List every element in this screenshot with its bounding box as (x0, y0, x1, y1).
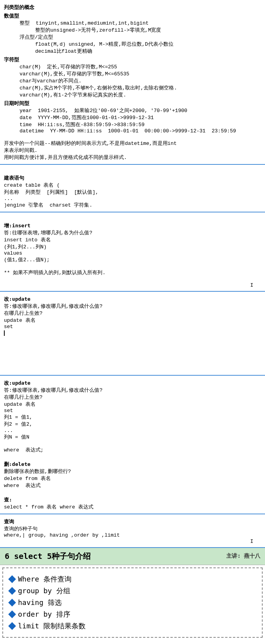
slide-item-2: having 筛选 (9, 598, 256, 607)
delete-qa: 删除哪张表的数据,删哪些行? (4, 468, 261, 475)
diamond-icon-0 (8, 575, 16, 583)
create-table-code: create table 表名 ( 列名称 列类型 [列属性] [默认值], .… (4, 182, 261, 209)
update-qa-1: 答:修改哪张表,修改哪几列,修改成什么值? (4, 303, 261, 310)
heading-update-2: 改:update (4, 380, 261, 387)
query-subline: 查询的5种子句 (4, 525, 261, 532)
slide-item-1: group by 分组 (9, 586, 256, 596)
char-line-4: varchar(M),有1-2个字节来标记真实的长度. (20, 91, 261, 98)
delete-code: delete from 表名 where 表达式 (4, 475, 261, 489)
query-code: select * from 表名 where 表达式 (4, 503, 261, 510)
integer-line: 整型 tinyint,smallint,mediumint,int,bigint (20, 20, 261, 27)
char-line-3: char(M),实占M个字符,不够M个,右侧补空格,取出时,去除右侧空格. (20, 84, 261, 91)
heading-update-1: 改:update (4, 296, 261, 303)
char-line-1: varchar(M),变长,可存储的字节数,M<=65535 (20, 70, 261, 77)
heading-query: 查: (4, 496, 261, 503)
slide-content-box: Where 条件查询 group by 分组 having 筛选 order b… (2, 567, 263, 638)
float-line: float(M,d) unsigned, M->精度,即总位数,D代表小数位 (35, 41, 261, 48)
note-line-2: 用时间戳方便计算,并且方便格式化成不同的显示样式. (4, 154, 261, 161)
update-code-2: update 表名 set 列1 = 值1, 列2 = 值2, ... 列N =… (4, 401, 261, 441)
section-insert: 增:insert 答:往哪张表增,增哪几列,各为什么值? insert into… (0, 212, 265, 292)
cursor-bar-1 (4, 330, 5, 336)
diamond-icon-3 (8, 610, 16, 618)
update-line2-2: 在哪几行上生效? (4, 394, 261, 401)
char-line-0: char(M) 定长,可存储的字符数,M<=255 (20, 63, 261, 70)
slide-item-0: Where 条件查询 (9, 574, 256, 584)
slide-presenter: 主讲: 燕十八 (226, 553, 260, 560)
slide-item-text-1: group by 分组 (18, 586, 70, 596)
query-code-line: where,| group, having ,order by ,limit (4, 532, 261, 538)
slide-item-4: limit 限制结果条数 (9, 621, 256, 631)
insert-note: ** 如果不声明插入的列,则默认插入所有列. (4, 269, 261, 276)
diamond-icon-4 (8, 622, 16, 630)
slide-item-text-3: order by 排序 (18, 610, 70, 619)
unsigned-line: 整型的unsigned->无符号,zerofill->零填充,M宽度 (35, 27, 261, 34)
heading-create-table: 建表语句 (4, 175, 261, 182)
heading-column-types: 列类型的概念 (4, 4, 261, 11)
heading-insert: 增:insert (4, 222, 261, 229)
slide-item-text-2: having 筛选 (18, 598, 62, 607)
heading-numeric: 数值型 (4, 12, 261, 20)
note-line-1: 来表示时间戳. (4, 147, 261, 154)
slide-item-text-4: limit 限制结果条数 (18, 621, 86, 631)
section-slide: 6 select 5种子句介绍 主讲: 燕十八 Where 条件查询 group… (0, 548, 265, 644)
update-code-1: update 表名 set (4, 317, 261, 330)
update-line2-1: 在哪几行上生效? (4, 310, 261, 317)
datetime-line-2: time HH:ii:ss,范围在-838:59:59->838:59:59 (20, 121, 261, 128)
diamond-icon-1 (8, 587, 16, 595)
section-query: 查询 查询的5种子句 where,| group, having ,order … (0, 514, 265, 548)
decimal-line: decimal比float更精确 (35, 48, 261, 55)
heading-query-main: 查询 (4, 518, 261, 525)
section-column-types: 列类型的概念 数值型 整型 tinyint,smallint,mediumint… (0, 0, 265, 165)
section-update-partial: 改:update 答:修改哪张表,修改哪几列,修改成什么值? 在哪几行上生效? … (0, 292, 265, 376)
datetime-line-1: date YYYY-MM-DD,范围在1000-01-01->9999-12-3… (20, 114, 261, 121)
heading-delete: 删:delete (4, 461, 261, 468)
slide-title: 6 select 5种子句介绍 (5, 551, 91, 562)
cursor-indicator: I (250, 282, 253, 288)
datetime-line-3: datetime YY-MM-DD HH:ii:ss 1000-01-01 00… (20, 128, 261, 134)
slide-item-3: order by 排序 (9, 610, 256, 619)
slide-item-text-0: Where 条件查询 (18, 574, 72, 584)
cursor-indicator-2: I (250, 538, 253, 544)
note-line-0: 开发中的一个问题--精确到秒的时间表示方式,不是用datetime,而是用int (4, 140, 261, 147)
section-update-full: 改:update 答:修改哪张表,修改哪几列,修改成什么值? 在哪几行上生效? … (0, 376, 265, 514)
heading-datetime: 日期时间型 (4, 100, 261, 107)
insert-qa: 答:往哪张表增,增哪几列,各为什么值? (4, 229, 261, 236)
float-heading: 浮点型/定点型 (20, 34, 261, 41)
slide-header: 6 select 5种子句介绍 主讲: 燕十八 (0, 548, 265, 565)
heading-char: 字符型 (4, 56, 261, 63)
section-create-table: 建表语句 create table 表名 ( 列名称 列类型 [列属性] [默认… (0, 165, 265, 212)
char-line-2: char与varchar的不同点. (20, 77, 261, 84)
diamond-icon-2 (8, 599, 16, 607)
datetime-line-0: year 1901-2155, 如果输2位'00-69'之间+2000, '70… (20, 107, 261, 114)
insert-code: insert into 表名 (列1,列2...列N) values (值1,值… (4, 236, 261, 263)
where-line: where 表达式; (4, 446, 261, 453)
update-qa-2: 答:修改哪张表,修改哪几列,修改成什么值? (4, 387, 261, 394)
